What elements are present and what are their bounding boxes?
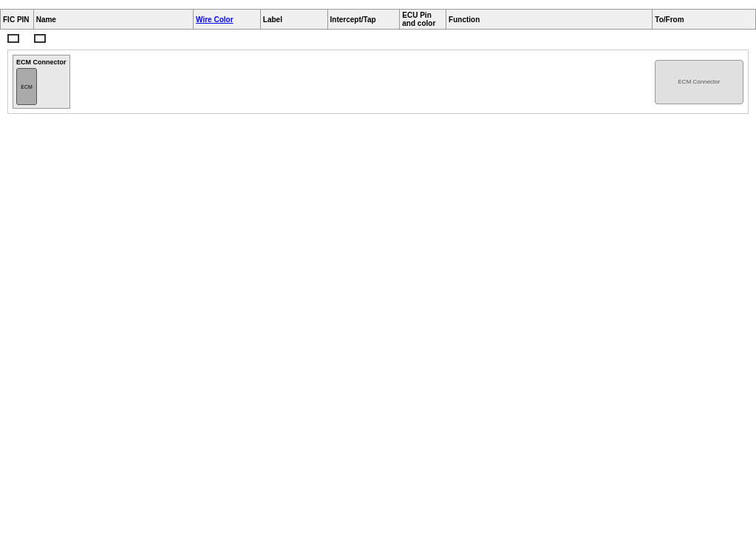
bottom-section <box>0 30 756 50</box>
connector-a-block <box>34 34 46 45</box>
header-function: Function <box>446 10 653 30</box>
ecm-connector-right: ECM Connector <box>655 60 743 104</box>
header-tofrom: To/From <box>653 10 756 30</box>
header-ecu: ECU Pin and color <box>400 10 446 30</box>
header-ficpin: FIC PIN <box>1 10 34 30</box>
wiring-table: FIC PIN Name Wire Color Label Intercept/… <box>0 9 756 30</box>
connector-b-grid <box>7 34 19 43</box>
connector-a-grid <box>34 34 46 43</box>
page-title <box>0 0 756 9</box>
header-wire: Wire Color <box>194 10 261 30</box>
connector-b-block <box>7 34 19 45</box>
header-intercept: Intercept/Tap <box>327 10 400 30</box>
header-name: Name <box>33 10 193 30</box>
header-label: Label <box>260 10 327 30</box>
ecm-connector-left: ECM Connector ECM <box>13 55 70 109</box>
ecm-section: ECM Connector ECM ECM Connector <box>7 50 749 114</box>
